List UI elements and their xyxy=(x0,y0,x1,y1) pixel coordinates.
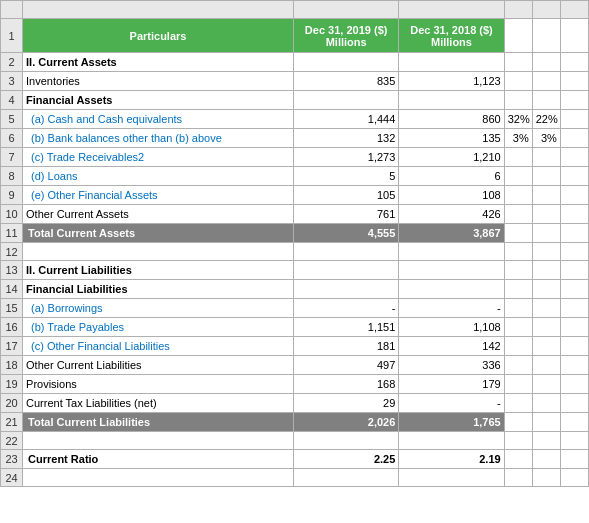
current-ratio-2018: 2.19 xyxy=(399,450,504,469)
section-label: Financial Assets xyxy=(23,91,294,110)
empty-header-cell xyxy=(532,19,560,53)
empty-cell xyxy=(293,53,398,72)
empty-cell xyxy=(560,413,588,432)
item-value-2018: - xyxy=(399,299,504,318)
table-row: 13II. Current Liabilities xyxy=(1,261,589,280)
empty-cell xyxy=(293,261,398,280)
empty-cell xyxy=(560,299,588,318)
item-value-2019: 105 xyxy=(293,186,398,205)
row-number: 21 xyxy=(1,413,23,432)
row-number: 10 xyxy=(1,205,23,224)
col-c-header xyxy=(399,1,504,19)
empty-cell xyxy=(504,413,532,432)
empty-cell xyxy=(399,53,504,72)
empty-cell xyxy=(293,280,398,299)
item-value-2019: 181 xyxy=(293,337,398,356)
item-value-2018: 426 xyxy=(399,205,504,224)
table-row: 15(a) Borrowings-- xyxy=(1,299,589,318)
item-value-2018: 142 xyxy=(399,337,504,356)
pct-d: 32% xyxy=(504,110,532,129)
item-value-2018: - xyxy=(399,394,504,413)
row-number: 8 xyxy=(1,167,23,186)
pct-d xyxy=(504,167,532,186)
table-row: 7(c) Trade Receivables21,2731,210 xyxy=(1,148,589,167)
empty-cell xyxy=(532,224,560,243)
table-row: 21Total Current Liabilities2,0261,765 xyxy=(1,413,589,432)
item-value-2019: - xyxy=(293,299,398,318)
empty-cell xyxy=(504,450,532,469)
row-number: 2 xyxy=(1,53,23,72)
table-row: 17(c) Other Financial Liabilities181142 xyxy=(1,337,589,356)
total-value-2018: 3,867 xyxy=(399,224,504,243)
empty-cell xyxy=(532,375,560,394)
row-number: 15 xyxy=(1,299,23,318)
row-number: 3 xyxy=(1,72,23,91)
empty-cell xyxy=(23,469,294,487)
total-value-2018: 1,765 xyxy=(399,413,504,432)
pct-e xyxy=(532,186,560,205)
total-value-2019: 2,026 xyxy=(293,413,398,432)
empty-cell xyxy=(560,318,588,337)
item-value-2019: 29 xyxy=(293,394,398,413)
pct-d xyxy=(504,337,532,356)
pct-d xyxy=(504,148,532,167)
col-b-header xyxy=(293,1,398,19)
col-d-header xyxy=(504,1,532,19)
item-value-2018: 108 xyxy=(399,186,504,205)
row-number: 9 xyxy=(1,186,23,205)
empty-cell xyxy=(560,280,588,299)
item-value-2019: 761 xyxy=(293,205,398,224)
current-ratio-2019: 2.25 xyxy=(293,450,398,469)
empty-cell xyxy=(504,432,532,450)
item-label: (c) Trade Receivables2 xyxy=(23,148,294,167)
empty-cell xyxy=(532,261,560,280)
empty-cell xyxy=(532,394,560,413)
empty-cell xyxy=(560,110,588,129)
table-row: 16(b) Trade Payables1,1511,108 xyxy=(1,318,589,337)
empty-cell xyxy=(23,243,294,261)
table-row: 24 xyxy=(1,469,589,487)
empty-cell xyxy=(532,469,560,487)
empty-cell xyxy=(504,375,532,394)
item-value-2019: 168 xyxy=(293,375,398,394)
row-number: 24 xyxy=(1,469,23,487)
pct-e xyxy=(532,167,560,186)
empty-cell xyxy=(560,53,588,72)
item-label: Provisions xyxy=(23,375,294,394)
table-row: 22 xyxy=(1,432,589,450)
item-label: (d) Loans xyxy=(23,167,294,186)
empty-cell xyxy=(504,469,532,487)
pct-e xyxy=(532,148,560,167)
col-a-header xyxy=(23,1,294,19)
dec-2019-header: Dec 31, 2019 ($)Millions xyxy=(293,19,398,53)
row-number: 22 xyxy=(1,432,23,450)
empty-cell xyxy=(399,280,504,299)
item-label: Other Current Liabilities xyxy=(23,356,294,375)
empty-cell xyxy=(560,167,588,186)
particulars-header: Particulars xyxy=(23,19,294,53)
item-label: (a) Borrowings xyxy=(23,299,294,318)
empty-cell xyxy=(293,243,398,261)
spreadsheet: 1ParticularsDec 31, 2019 ($)MillionsDec … xyxy=(0,0,589,487)
empty-cell xyxy=(504,261,532,280)
row-number: 17 xyxy=(1,337,23,356)
empty-cell xyxy=(532,450,560,469)
empty-cell xyxy=(399,91,504,110)
table-row: 2II. Current Assets xyxy=(1,53,589,72)
empty-cell xyxy=(399,469,504,487)
section-label: II. Current Liabilities xyxy=(23,261,294,280)
empty-cell xyxy=(560,91,588,110)
empty-cell xyxy=(504,280,532,299)
table-row: 18Other Current Liabilities497336 xyxy=(1,356,589,375)
table-row: 19Provisions168179 xyxy=(1,375,589,394)
row-number: 7 xyxy=(1,148,23,167)
item-value-2019: 497 xyxy=(293,356,398,375)
table-row: 5(a) Cash and Cash equivalents1,44486032… xyxy=(1,110,589,129)
item-label: (e) Other Financial Assets xyxy=(23,186,294,205)
empty-cell xyxy=(532,91,560,110)
item-value-2018: 1,108 xyxy=(399,318,504,337)
empty-cell xyxy=(560,205,588,224)
item-label: (b) Bank balances other than (b) above xyxy=(23,129,294,148)
table-row: 23Current Ratio2.252.19 xyxy=(1,450,589,469)
pct-e xyxy=(532,299,560,318)
